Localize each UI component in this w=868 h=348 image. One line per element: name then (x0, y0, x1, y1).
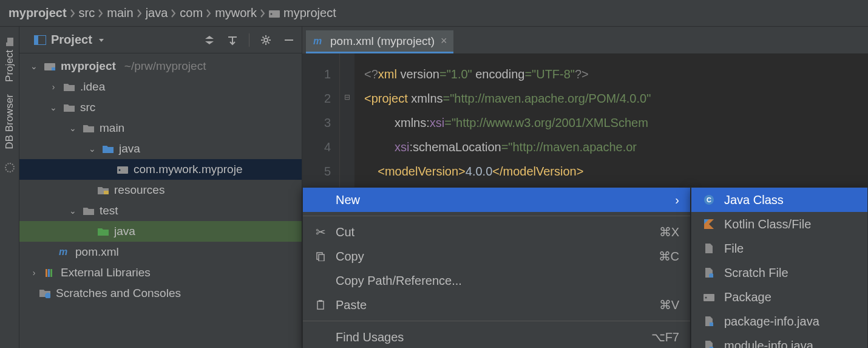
svg-rect-28 (710, 322, 713, 326)
tree-package-selected[interactable]: com.mywork.myproje (19, 159, 302, 180)
svg-rect-5 (34, 35, 38, 45)
panel-actions (203, 33, 296, 47)
tree-test[interactable]: ⌄ test (19, 200, 302, 221)
ctx-cut[interactable]: ✂ Cut ⌘X (303, 220, 690, 244)
fold-icon[interactable]: ⊟ (344, 85, 350, 109)
editor-tab-pom[interactable]: m pom.xml (myproject) × (306, 30, 453, 53)
svg-point-1 (271, 13, 273, 15)
svg-rect-14 (46, 269, 47, 277)
line-number: 3 (302, 111, 331, 135)
breadcrumb-item[interactable]: java (146, 6, 168, 20)
svg-text:m: m (59, 247, 67, 257)
breadcrumb-project[interactable]: myproject (8, 6, 67, 20)
sub-module-info[interactable]: module-info.java (691, 333, 867, 348)
maven-icon: m (58, 247, 70, 257)
project-panel: Project ⌄ myproject ~/prw/myproject (19, 27, 302, 348)
sub-kotlin[interactable]: Kotlin Class/File (691, 212, 867, 236)
ctx-label: Paste (336, 298, 367, 312)
project-tree[interactable]: ⌄ myproject ~/prw/myproject › .idea ⌄ sr… (19, 53, 302, 348)
tree-external-libraries[interactable]: › External Libraries (19, 262, 302, 283)
ctx-new[interactable]: New › (303, 188, 690, 212)
ctx-find-usages[interactable]: Find Usages ⌥F7 (303, 325, 690, 348)
expand-icon[interactable]: ⌄ (87, 144, 97, 154)
tree-label: myproject (61, 60, 116, 73)
gear-icon[interactable] (259, 33, 273, 47)
tree-root[interactable]: ⌄ myproject ~/prw/myproject (19, 56, 302, 77)
close-icon[interactable]: × (441, 35, 447, 47)
expand-icon[interactable]: › (49, 82, 58, 92)
sub-package[interactable]: Package (691, 285, 867, 309)
select-opened-file-button[interactable] (203, 33, 216, 47)
tab-project[interactable]: Project (1, 32, 18, 88)
cut-icon: ✂ (314, 225, 327, 239)
minimize-button[interactable] (282, 33, 296, 47)
new-submenu: C Java Class Kotlin Class/File File Scra… (691, 187, 868, 348)
tree-label: test (100, 204, 118, 217)
ctx-label: Cut (336, 225, 354, 239)
panel-title-text: Project (51, 33, 92, 47)
shortcut: ⌘V (659, 298, 679, 312)
sub-package-info[interactable]: package-info.java (691, 309, 867, 333)
tab-label: pom.xml (myproject) (330, 35, 435, 48)
folder-icon (5, 38, 14, 46)
tree-resources[interactable]: resources (19, 180, 302, 200)
tree-java[interactable]: ⌄ java (19, 138, 302, 159)
tree-label: com.mywork.myproje (134, 163, 242, 176)
ctx-label: Package (724, 290, 771, 304)
chevron-down-icon (97, 36, 106, 44)
expand-icon[interactable]: ⌄ (68, 206, 78, 216)
svg-rect-7 (285, 39, 293, 41)
expand-all-button[interactable] (226, 33, 239, 47)
separator (303, 216, 690, 216)
tab-db-browser[interactable]: DB Browser (1, 88, 18, 155)
sub-java-class[interactable]: C Java Class (691, 188, 867, 212)
package-icon (702, 293, 716, 301)
tree-label: src (80, 101, 95, 114)
tree-main[interactable]: ⌄ main (19, 118, 302, 138)
class-icon: C (702, 194, 716, 205)
ctx-paste[interactable]: Paste ⌘V (303, 293, 690, 317)
panel-title[interactable]: Project (34, 33, 195, 47)
svg-text:C: C (707, 196, 711, 203)
maven-icon: m (313, 36, 324, 46)
expand-icon[interactable]: › (29, 268, 39, 278)
tree-label: .idea (80, 80, 105, 94)
svg-rect-22 (319, 300, 322, 302)
chevron-right-icon (205, 7, 212, 19)
separator (249, 33, 249, 47)
ctx-copy-path[interactable]: Copy Path/Reference... (303, 268, 690, 293)
ctx-label: package-info.java (724, 315, 819, 329)
svg-rect-21 (317, 301, 324, 309)
sub-scratch[interactable]: Scratch File (691, 261, 867, 285)
breadcrumb-package[interactable]: myproject (269, 6, 336, 20)
expand-icon[interactable]: ⌄ (49, 103, 58, 112)
copy-icon (314, 251, 327, 261)
svg-point-27 (705, 297, 707, 299)
breadcrumb-item[interactable]: mywork (215, 6, 257, 20)
sub-file[interactable]: File (691, 236, 867, 261)
expand-icon[interactable]: ⌄ (68, 123, 78, 133)
tree-path: ~/prw/myproject (124, 60, 206, 73)
breadcrumb-item[interactable]: com (180, 6, 203, 20)
tree-test-java[interactable]: java (19, 221, 302, 242)
tree-scratches[interactable]: Scratches and Consoles (19, 283, 302, 304)
chevron-right-icon (170, 7, 177, 19)
db-browser-label: DB Browser (4, 94, 16, 149)
tree-pom[interactable]: m pom.xml (19, 242, 302, 262)
expand-icon[interactable]: ⌄ (29, 61, 39, 71)
breadcrumb-item[interactable]: src (79, 6, 95, 20)
ctx-label: Scratch File (724, 266, 788, 280)
svg-rect-3 (6, 43, 8, 46)
ctx-label: New (336, 193, 360, 207)
tree-label: resources (114, 183, 164, 197)
ctx-label: Copy Path/Reference... (336, 274, 462, 288)
breadcrumb-item[interactable]: main (107, 6, 133, 20)
meet-icon[interactable] (5, 163, 15, 172)
ctx-copy[interactable]: Copy ⌘C (303, 244, 690, 268)
tree-idea[interactable]: › .idea (19, 77, 302, 97)
package-icon (269, 9, 280, 18)
chevron-right-icon: › (675, 193, 679, 207)
svg-rect-20 (319, 254, 324, 261)
tree-src[interactable]: ⌄ src (19, 97, 302, 118)
libraries-icon (44, 268, 56, 278)
